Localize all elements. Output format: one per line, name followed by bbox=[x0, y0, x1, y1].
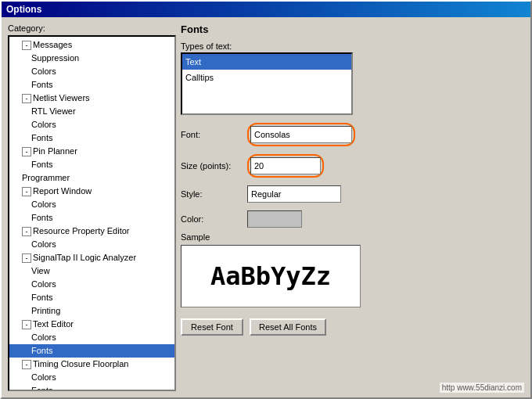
tree-item-messages-colors[interactable]: Colors bbox=[9, 65, 174, 78]
tree-item-timing-closure[interactable]: -Timing Closure Floorplan bbox=[9, 358, 174, 371]
expand-icon-netlist[interactable]: - bbox=[22, 94, 31, 103]
left-panel: Category: -Messages Suppression Colors F… bbox=[8, 23, 176, 391]
font-row: Font: Consolas Arial Courier New Times N… bbox=[181, 123, 524, 146]
size-label: Size (points): bbox=[181, 161, 247, 171]
size-row: Size (points): 8 10 12 14 16 18 20 bbox=[181, 154, 524, 178]
tree-item-st-view[interactable]: View bbox=[9, 264, 174, 278]
tree-item-nv-fonts[interactable]: Fonts bbox=[9, 131, 174, 145]
style-dropdown-wrapper: Regular Bold Italic Bold Italic bbox=[247, 185, 341, 203]
expand-icon-pin-planner[interactable]: - bbox=[22, 147, 31, 156]
tree-item-resource-property-editor[interactable]: -Resource Property Editor bbox=[9, 225, 174, 238]
expand-icon-rpe[interactable]: - bbox=[22, 227, 31, 236]
tree-item-report-window[interactable]: -Report Window bbox=[9, 185, 174, 198]
tree-item-te-fonts[interactable]: Fonts bbox=[9, 344, 174, 358]
tree-item-rpe-colors[interactable]: Colors bbox=[9, 238, 174, 251]
types-list[interactable]: Text Calltips bbox=[181, 52, 353, 115]
expand-icon-report-window[interactable]: - bbox=[22, 187, 31, 196]
reset-all-fonts-button[interactable]: Reset All Fonts bbox=[250, 318, 326, 336]
color-row: Color: bbox=[181, 210, 524, 228]
sample-box: AaBbYyZz bbox=[181, 245, 361, 307]
tree-container[interactable]: -Messages Suppression Colors Fonts -Netl… bbox=[8, 35, 176, 391]
style-label: Style: bbox=[181, 189, 247, 199]
panel-title: Fonts bbox=[181, 23, 524, 35]
tree-item-tcf-fonts[interactable]: Fonts bbox=[9, 384, 174, 391]
tree-item-netlist-viewers[interactable]: -Netlist Viewers bbox=[9, 92, 174, 105]
tree-item-signaltap[interactable]: -SignalTap II Logic Analyzer bbox=[9, 251, 174, 264]
tree-item-messages-fonts[interactable]: Fonts bbox=[9, 78, 174, 92]
reset-font-button[interactable]: Reset Font bbox=[181, 318, 243, 336]
window-title: Options bbox=[6, 4, 41, 15]
color-dropdown[interactable] bbox=[247, 210, 302, 228]
right-panel: Fonts Types of text: Text Calltips Font: bbox=[181, 23, 524, 391]
types-of-text-label: Types of text: bbox=[181, 41, 524, 51]
tree-item-pp-fonts[interactable]: Fonts bbox=[9, 158, 174, 171]
category-label: Category: bbox=[8, 23, 176, 33]
sample-text: AaBbYyZz bbox=[210, 261, 331, 291]
size-dropdown-wrapper: 8 10 12 14 16 18 20 22 24 bbox=[250, 157, 321, 174]
content-area: Category: -Messages Suppression Colors F… bbox=[2, 17, 530, 397]
tree-item-te-colors[interactable]: Colors bbox=[9, 331, 174, 344]
font-highlight-ring: Consolas Arial Courier New Times New Rom… bbox=[247, 123, 355, 146]
tree-item-text-editor[interactable]: -Text Editor bbox=[9, 318, 174, 331]
form-section: Types of text: Text Calltips Font: Conso… bbox=[181, 41, 524, 336]
font-dropdown[interactable]: Consolas Arial Courier New Times New Rom… bbox=[250, 126, 352, 143]
tree-item-rw-fonts[interactable]: Fonts bbox=[9, 211, 174, 225]
expand-icon-signaltap[interactable]: - bbox=[22, 253, 31, 263]
tree-item-messages[interactable]: -Messages bbox=[9, 38, 174, 52]
tree-item-st-fonts[interactable]: Fonts bbox=[9, 291, 174, 304]
expand-icon-text-editor[interactable]: - bbox=[22, 320, 31, 329]
tree-item-st-colors[interactable]: Colors bbox=[9, 278, 174, 291]
sample-label: Sample bbox=[181, 232, 524, 242]
font-dropdown-wrapper: Consolas Arial Courier New Times New Rom… bbox=[250, 126, 352, 143]
style-row: Style: Regular Bold Italic Bold Italic bbox=[181, 185, 524, 203]
types-of-text-section: Types of text: Text Calltips bbox=[181, 41, 524, 115]
tree-item-rtl-viewer[interactable]: RTL Viewer bbox=[9, 105, 174, 118]
color-label: Color: bbox=[181, 214, 247, 224]
size-dropdown[interactable]: 8 10 12 14 16 18 20 22 24 bbox=[250, 157, 321, 174]
tree-item-nv-colors[interactable]: Colors bbox=[9, 118, 174, 131]
tree-item-rw-colors[interactable]: Colors bbox=[9, 198, 174, 211]
style-dropdown[interactable]: Regular Bold Italic Bold Italic bbox=[247, 185, 341, 203]
watermark: http www.55dianzi.com bbox=[440, 383, 524, 393]
tree-item-pin-planner[interactable]: -Pin Planner bbox=[9, 145, 174, 158]
sample-section: Sample AaBbYyZz bbox=[181, 232, 524, 307]
buttons-row: Reset Font Reset All Fonts bbox=[181, 318, 524, 336]
color-dropdown-wrapper bbox=[247, 210, 302, 228]
options-window: Options Category: -Messages Suppression … bbox=[0, 0, 532, 399]
title-bar: Options bbox=[2, 2, 530, 17]
font-label: Font: bbox=[181, 130, 247, 139]
types-item-calltips[interactable]: Calltips bbox=[182, 70, 351, 85]
tree-item-programmer[interactable]: Programmer bbox=[9, 171, 174, 185]
size-highlight-ring: 8 10 12 14 16 18 20 22 24 bbox=[247, 154, 324, 178]
tree-item-st-printing[interactable]: Printing bbox=[9, 304, 174, 318]
expand-icon-timing[interactable]: - bbox=[22, 360, 31, 369]
types-item-text[interactable]: Text bbox=[182, 54, 351, 70]
tree-item-tcf-colors[interactable]: Colors bbox=[9, 371, 174, 384]
expand-icon-messages[interactable]: - bbox=[22, 41, 31, 50]
tree-item-suppression[interactable]: Suppression bbox=[9, 52, 174, 65]
